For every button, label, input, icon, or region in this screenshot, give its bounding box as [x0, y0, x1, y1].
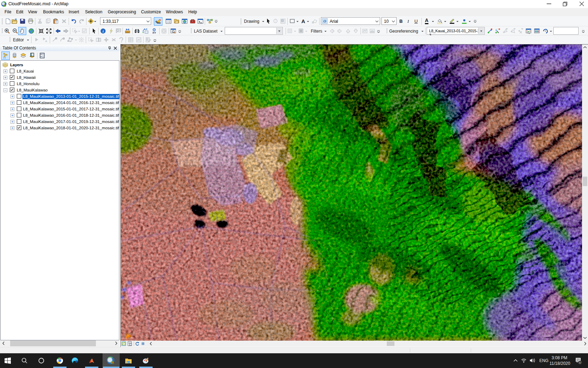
- svg-text:A: A: [45, 40, 47, 43]
- svg-text:XY: XY: [152, 31, 156, 34]
- svg-text:6: 6: [579, 361, 581, 364]
- svg-text:O: O: [323, 19, 326, 23]
